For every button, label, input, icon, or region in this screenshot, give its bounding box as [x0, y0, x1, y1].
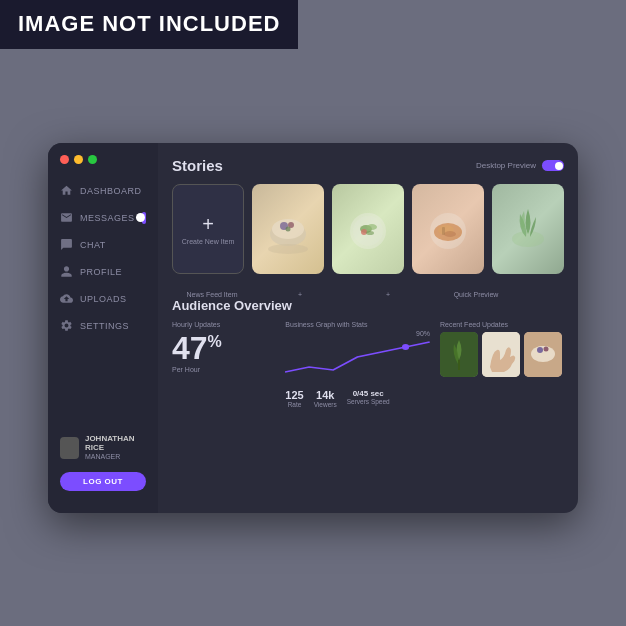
create-story-card[interactable]: + Create New Item	[172, 184, 244, 274]
app-window: DASHBOARD MESSAGES CHAT PROFILE	[48, 143, 578, 513]
message-icon	[60, 211, 73, 224]
svg-point-15	[444, 231, 456, 237]
audience-section: Audience Overview Hourly Updates 47% Per…	[172, 298, 564, 408]
hourly-col: Hourly Updates 47% Per Hour	[172, 321, 275, 408]
story-card-3[interactable]	[412, 184, 484, 274]
feed-images	[440, 332, 564, 377]
sidebar-item-chat[interactable]: CHAT	[48, 232, 158, 257]
stat-rate: 125 Rate	[285, 389, 303, 408]
svg-point-24	[533, 346, 553, 358]
hourly-col-title: Hourly Updates	[172, 321, 275, 328]
svg-point-26	[544, 347, 549, 352]
user-name: JOHNATHAN RICE	[85, 434, 146, 452]
svg-point-18	[402, 344, 409, 350]
nav-label-uploads: UPLOADS	[80, 294, 127, 304]
story-label-0: News Feed Item	[172, 291, 252, 298]
svg-point-11	[366, 231, 374, 235]
feed-plant-icon	[440, 332, 478, 377]
nav-label-messages: MESSAGES	[80, 213, 135, 223]
person-icon	[60, 265, 73, 278]
logout-button[interactable]: LOG OUT	[60, 472, 146, 491]
svg-point-4	[286, 227, 291, 232]
feed-thumb-1[interactable]	[440, 332, 478, 377]
stories-header: Stories Desktop Preview	[172, 157, 564, 174]
nav-label-settings: SETTINGS	[80, 321, 129, 331]
plus-icon: +	[202, 214, 214, 234]
story-label-3: Quick Preview	[436, 291, 516, 298]
messages-toggle[interactable]	[142, 212, 146, 224]
sidebar: DASHBOARD MESSAGES CHAT PROFILE	[48, 143, 158, 513]
feed-col: Recent Feed Updates	[440, 321, 564, 408]
svg-point-5	[268, 244, 308, 254]
story-card-1[interactable]	[252, 184, 324, 274]
svg-point-9	[367, 224, 377, 230]
sidebar-item-settings[interactable]: SETTINGS	[48, 313, 158, 338]
nav-menu: DASHBOARD MESSAGES CHAT PROFILE	[48, 174, 158, 424]
nav-label-chat: CHAT	[80, 240, 106, 250]
sidebar-bottom: JOHNATHAN RICE MANAGER LOG OUT	[48, 424, 158, 501]
feed-col-title: Recent Feed Updates	[440, 321, 564, 328]
svg-rect-16	[442, 227, 445, 235]
user-role: MANAGER	[85, 452, 146, 462]
maximize-dot[interactable]	[88, 155, 97, 164]
graph-percentage: 90%	[416, 330, 430, 337]
stat-servers: 0/45 sec Servers Speed	[347, 389, 390, 408]
chat-icon	[60, 238, 73, 251]
story-card-4[interactable]	[492, 184, 564, 274]
image-not-included-banner: IMAGE NOT INCLUDED	[0, 0, 298, 49]
sidebar-item-dashboard[interactable]: DASHBOARD	[48, 178, 158, 203]
stories-section: + Create New Item	[172, 184, 564, 298]
avatar	[60, 437, 79, 459]
graph-col-title: Business Graph with Stats	[285, 321, 430, 328]
create-story-label: Create New Item	[182, 238, 235, 245]
food-illustration-3	[418, 199, 478, 259]
graph-svg	[285, 332, 430, 382]
user-info: JOHNATHAN RICE MANAGER	[60, 434, 146, 462]
story-label-2: +	[348, 291, 428, 298]
story-labels: News Feed Item + + Quick Preview	[172, 291, 564, 298]
svg-point-25	[537, 347, 543, 353]
desktop-preview: Desktop Preview	[476, 160, 564, 171]
audience-grid: Hourly Updates 47% Per Hour Business Gra…	[172, 321, 564, 408]
story-card-2[interactable]	[332, 184, 404, 274]
food-illustration-2	[338, 199, 398, 259]
feed-thumb-3[interactable]	[524, 332, 562, 377]
nav-label-profile: PROFILE	[80, 267, 122, 277]
preview-toggle[interactable]	[542, 160, 564, 171]
feed-bowl-icon	[524, 332, 562, 377]
audience-title: Audience Overview	[172, 298, 564, 313]
close-dot[interactable]	[60, 155, 69, 164]
per-hour-label: Per Hour	[172, 366, 275, 373]
sidebar-item-messages[interactable]: MESSAGES	[48, 205, 158, 230]
desktop-preview-label: Desktop Preview	[476, 161, 536, 170]
main-content: Stories Desktop Preview + Create New Ite…	[158, 143, 578, 513]
stat-viewers: 14k Viewers	[314, 389, 337, 408]
graph-stats: 125 Rate 14k Viewers 0/45 sec Servers Sp…	[285, 389, 430, 408]
minimize-dot[interactable]	[74, 155, 83, 164]
svg-rect-20	[458, 360, 460, 370]
window-controls	[48, 155, 158, 174]
stories-row: + Create New Item	[172, 184, 564, 274]
stories-title: Stories	[172, 157, 223, 174]
feed-thumb-2[interactable]	[482, 332, 520, 377]
story-label-1: +	[260, 291, 340, 298]
graph-col: Business Graph with Stats 90% 125 Rate	[285, 321, 430, 408]
sidebar-item-uploads[interactable]: UPLOADS	[48, 286, 158, 311]
sidebar-item-profile[interactable]: PROFILE	[48, 259, 158, 284]
gear-icon	[60, 319, 73, 332]
hourly-value: 47%	[172, 332, 275, 364]
food-illustration-4	[498, 199, 558, 259]
svg-point-10	[361, 229, 367, 235]
food-illustration-1	[258, 199, 318, 259]
graph-container: 90%	[285, 332, 430, 386]
home-icon	[60, 184, 73, 197]
feed-hand-icon	[482, 332, 520, 377]
nav-label-dashboard: DASHBOARD	[80, 186, 142, 196]
upload-icon	[60, 292, 73, 305]
